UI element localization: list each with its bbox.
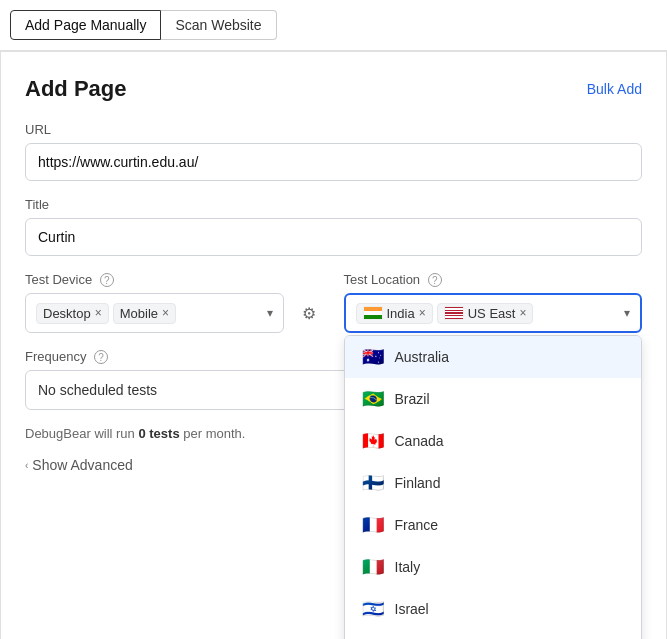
device-gear-button[interactable]: ⚙ <box>294 298 324 328</box>
url-label: URL <box>25 122 642 137</box>
israel-flag-icon: 🇮🇱 <box>361 598 385 620</box>
helper-text-count: 0 tests <box>138 426 179 441</box>
italy-flag-icon: 🇮🇹 <box>361 556 385 578</box>
url-input[interactable] <box>25 143 642 181</box>
desktop-tag-label: Desktop <box>43 306 91 321</box>
dropdown-item-italy[interactable]: 🇮🇹 Italy <box>345 546 642 588</box>
israel-label: Israel <box>395 601 429 617</box>
italy-label: Italy <box>395 559 421 575</box>
test-device-row: Desktop × Mobile × ▾ ⚙ <box>25 293 324 333</box>
dropdown-item-brazil[interactable]: 🇧🇷 Brazil <box>345 378 642 420</box>
dropdown-item-israel[interactable]: 🇮🇱 Israel <box>345 588 642 630</box>
brazil-flag-icon: 🇧🇷 <box>361 388 385 410</box>
title-label: Title <box>25 197 642 212</box>
page-header: Add Page Bulk Add <box>25 76 642 102</box>
australia-label: Australia <box>395 349 449 365</box>
mobile-tag-remove[interactable]: × <box>162 307 169 319</box>
india-tag: India × <box>356 303 433 324</box>
dropdown-item-australia[interactable]: 🇦🇺 Australia <box>345 336 642 378</box>
url-field-group: URL <box>25 122 642 181</box>
frequency-value: No scheduled tests <box>38 382 157 398</box>
finland-flag-icon: 🇫🇮 <box>361 472 385 494</box>
us-east-tag-remove[interactable]: × <box>519 307 526 319</box>
australia-flag-icon: 🇦🇺 <box>361 346 385 368</box>
location-dropdown-container: India × US East × ▾ 🇦🇺 Australia <box>344 293 643 333</box>
france-label: France <box>395 517 439 533</box>
desktop-tag: Desktop × <box>36 303 109 324</box>
title-field-group: Title <box>25 197 642 256</box>
test-location-help-icon[interactable]: ? <box>428 273 442 287</box>
brazil-label: Brazil <box>395 391 430 407</box>
page-title: Add Page <box>25 76 126 102</box>
title-input[interactable] <box>25 218 642 256</box>
dropdown-item-france[interactable]: 🇫🇷 France <box>345 504 642 546</box>
canada-label: Canada <box>395 433 444 449</box>
bulk-add-link[interactable]: Bulk Add <box>587 81 642 97</box>
dropdown-item-japan[interactable]: 🇯🇵 Japan <box>345 630 642 639</box>
tab-add-page-manually[interactable]: Add Page Manually <box>10 10 161 40</box>
mobile-tag-label: Mobile <box>120 306 158 321</box>
helper-text-suffix: per month. <box>180 426 246 441</box>
test-location-label: Test Location ? <box>344 272 643 287</box>
france-flag-icon: 🇫🇷 <box>361 514 385 536</box>
main-content: Add Page Bulk Add URL Title Test Device … <box>0 51 667 639</box>
test-device-select[interactable]: Desktop × Mobile × ▾ <box>25 293 284 333</box>
mobile-tag: Mobile × <box>113 303 176 324</box>
canada-flag-icon: 🇨🇦 <box>361 430 385 452</box>
finland-label: Finland <box>395 475 441 491</box>
test-device-help-icon[interactable]: ? <box>100 273 114 287</box>
device-location-row: Test Device ? Desktop × Mobile × ▾ ⚙ <box>25 272 642 333</box>
location-dropdown-menu: 🇦🇺 Australia 🇧🇷 Brazil 🇨🇦 Canada 🇫🇮 Finl… <box>344 335 643 639</box>
device-select-arrow: ▾ <box>267 306 273 320</box>
frequency-help-icon[interactable]: ? <box>94 350 108 364</box>
us-flag <box>444 306 464 320</box>
show-advanced-label: Show Advanced <box>32 457 132 473</box>
india-tag-label: India <box>387 306 415 321</box>
test-device-label: Test Device ? <box>25 272 324 287</box>
us-east-tag: US East × <box>437 303 534 324</box>
test-location-select[interactable]: India × US East × ▾ <box>344 293 643 333</box>
helper-text-prefix: DebugBear will run <box>25 426 138 441</box>
top-tab-bar: Add Page Manually Scan Website <box>0 0 667 51</box>
us-east-tag-label: US East <box>468 306 516 321</box>
india-flag <box>363 306 383 320</box>
india-tag-remove[interactable]: × <box>419 307 426 319</box>
dropdown-item-canada[interactable]: 🇨🇦 Canada <box>345 420 642 462</box>
desktop-tag-remove[interactable]: × <box>95 307 102 319</box>
test-device-group: Test Device ? Desktop × Mobile × ▾ ⚙ <box>25 272 324 333</box>
show-advanced-chevron-icon: ‹ <box>25 460 28 471</box>
tab-scan-website[interactable]: Scan Website <box>161 10 276 40</box>
dropdown-item-finland[interactable]: 🇫🇮 Finland <box>345 462 642 504</box>
location-select-arrow: ▾ <box>624 306 630 320</box>
test-location-group: Test Location ? India × US East × ▾ <box>344 272 643 333</box>
